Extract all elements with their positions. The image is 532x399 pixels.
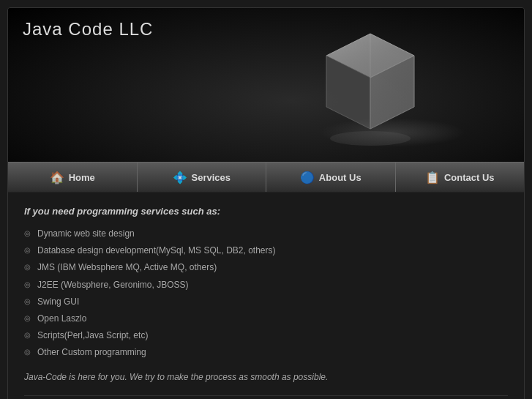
list-item: Dynamic web site design bbox=[24, 225, 508, 242]
nav-about-label: About Us bbox=[319, 172, 361, 183]
list-item: J2EE (Websphere, Geronimo, JBOSS) bbox=[24, 277, 508, 294]
section1-heading: If you need programming services such as… bbox=[24, 206, 508, 217]
services-list: Dynamic web site design Database design … bbox=[24, 225, 508, 362]
about-icon: 🔵 bbox=[300, 171, 315, 184]
main-content: If you need programming services such as… bbox=[8, 193, 524, 399]
list-item: Database design development(MySql, MS SQ… bbox=[24, 242, 508, 259]
home-icon: 🏠 bbox=[50, 171, 64, 184]
hero-section: Java Code LLC bbox=[8, 8, 524, 162]
page-wrapper: Java Code LLC bbox=[7, 7, 525, 399]
list-item: Scripts(Perl,Java Script, etc) bbox=[24, 327, 508, 344]
services-icon: 💠 bbox=[173, 171, 187, 184]
list-item: Swing GUI bbox=[24, 294, 508, 310]
contact-icon: 📋 bbox=[425, 171, 440, 184]
nav-services-label: Services bbox=[192, 172, 231, 183]
nav-about[interactable]: 🔵 About Us bbox=[266, 163, 396, 192]
navbar: 🏠 Home 💠 Services 🔵 About Us 📋 Contact U… bbox=[8, 162, 524, 193]
nav-home[interactable]: 🏠 Home bbox=[8, 163, 138, 192]
nav-contact-label: Contact Us bbox=[444, 172, 495, 183]
list-item: Other Custom programming bbox=[24, 344, 508, 361]
list-item: JMS (IBM Websphere MQ, Active MQ, others… bbox=[24, 259, 508, 276]
site-title: Java Code LLC bbox=[23, 19, 153, 40]
cube-glow bbox=[319, 118, 465, 147]
nav-services[interactable]: 💠 Services bbox=[138, 163, 267, 192]
list-item: Open Laszlo bbox=[24, 310, 508, 327]
section-divider bbox=[24, 395, 508, 396]
nav-contact[interactable]: 📋 Contact Us bbox=[396, 163, 525, 192]
tagline: Java-Code is here for you. We try to mak… bbox=[24, 372, 508, 382]
nav-home-label: Home bbox=[69, 172, 95, 183]
